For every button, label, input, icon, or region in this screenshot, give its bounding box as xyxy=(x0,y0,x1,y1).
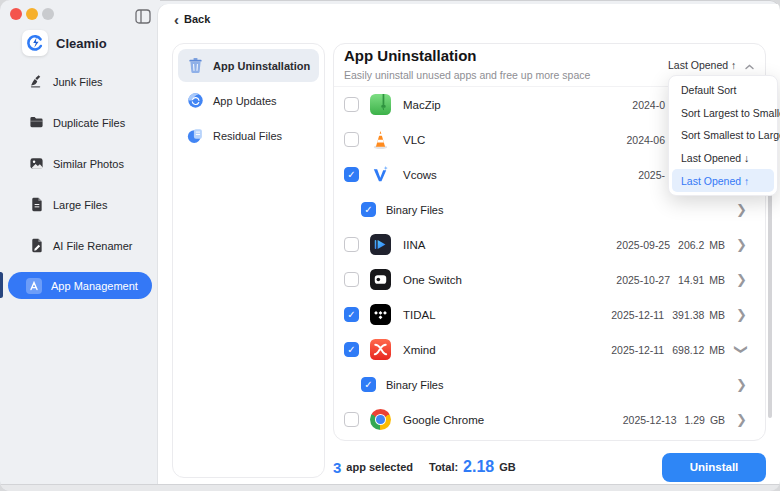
app-name-label: Xmind xyxy=(403,344,436,356)
app-name-label: One Switch xyxy=(403,274,462,286)
folder-icon xyxy=(28,115,44,131)
update-globe-icon xyxy=(187,92,204,109)
app-name-label: IINA xyxy=(403,239,425,251)
app-store-icon xyxy=(26,278,42,294)
last-opened-date: 2024-0 xyxy=(632,99,665,111)
sidebar-item-large-files[interactable]: Large Files xyxy=(8,191,152,218)
chevron-right-icon[interactable]: ❯ xyxy=(736,413,747,426)
sidebar-item-similar-photos[interactable]: Similar Photos xyxy=(8,150,152,177)
google-chrome-icon xyxy=(370,409,391,430)
close-window-button[interactable] xyxy=(10,8,22,20)
sidebar-item-label: Similar Photos xyxy=(53,158,124,170)
tidal-icon xyxy=(370,304,391,325)
subnav-card: App Uninstallation App Updates Residual … xyxy=(172,43,325,478)
card-header: App Uninstallation Easily uninstall unus… xyxy=(344,47,590,81)
subnav-item-residual-files[interactable]: Residual Files xyxy=(178,119,319,152)
app-row-google-chrome[interactable]: Google Chrome 2025-12-13 1.29 GB ❯ xyxy=(334,402,765,437)
app-row-tidal[interactable]: TIDAL 2025-12-11 391.38 MB ❯ xyxy=(334,297,765,332)
last-opened-date: 2024-06 xyxy=(626,134,665,146)
chevron-down-icon[interactable]: ❯ xyxy=(735,344,748,355)
last-opened-date: 2025-12-11 xyxy=(611,344,664,356)
app-size: 206.2 xyxy=(678,239,704,251)
last-opened-date: 2025-10-27 xyxy=(616,274,670,286)
subnav-item-label: App Uninstallation xyxy=(213,60,310,72)
vcows-icon xyxy=(370,164,391,185)
checkbox[interactable] xyxy=(344,342,359,357)
photo-icon xyxy=(28,156,44,172)
checkbox[interactable] xyxy=(344,307,359,322)
checkbox[interactable] xyxy=(344,272,359,287)
vlc-icon xyxy=(370,129,391,150)
checkbox[interactable] xyxy=(361,202,376,217)
sidebar-item-app-management[interactable]: App Management xyxy=(8,272,152,299)
document-icon xyxy=(28,197,44,213)
chevron-right-icon[interactable]: ❯ xyxy=(736,238,747,251)
chevron-right-icon[interactable]: ❯ xyxy=(736,203,747,216)
total-unit: GB xyxy=(499,461,516,473)
chevron-right-icon[interactable]: ❯ xyxy=(736,378,747,391)
checkbox[interactable] xyxy=(344,167,359,182)
app-size-unit: MB xyxy=(709,344,725,356)
sidebar-toggle-icon[interactable] xyxy=(135,9,151,24)
sidebar-item-duplicate-files[interactable]: Duplicate Files xyxy=(8,109,152,136)
checkbox[interactable] xyxy=(344,97,359,112)
sidebar-item-label: AI File Renamer xyxy=(53,240,132,252)
sidebar: Cleamio Junk Files Duplicate Files Simil… xyxy=(0,0,160,491)
xmind-icon xyxy=(370,339,391,360)
menu-item-default-sort[interactable]: Default Sort xyxy=(672,79,774,102)
app-size-unit: MB xyxy=(709,239,725,251)
checkbox[interactable] xyxy=(361,377,376,392)
binary-files-row[interactable]: Binary Files ❯ xyxy=(334,367,765,402)
subnav-item-app-updates[interactable]: App Updates xyxy=(178,84,319,117)
app-window: Cleamio Junk Files Duplicate Files Simil… xyxy=(0,0,780,491)
app-row-iina[interactable]: IINA 2025-09-25 206.2 MB ❯ xyxy=(334,227,765,262)
checkbox[interactable] xyxy=(344,412,359,427)
app-size: 1.29 xyxy=(684,414,704,426)
subnav-item-app-uninstallation[interactable]: App Uninstallation xyxy=(178,49,319,82)
menu-item-sort-smallest-to-largest[interactable]: Sort Smallest to Largest xyxy=(672,124,774,147)
app-name-label: Google Chrome xyxy=(403,414,484,426)
sub-row-label: Binary Files xyxy=(386,204,443,216)
chevron-up-icon xyxy=(745,56,754,74)
last-opened-date: 2025- xyxy=(638,169,665,181)
selected-count-label: app selected xyxy=(346,461,413,473)
sort-dropdown-menu: Default Sort Sort Largest to Smallest So… xyxy=(668,75,778,196)
file-pencil-icon xyxy=(28,238,44,254)
one-switch-icon xyxy=(370,269,391,290)
checkbox[interactable] xyxy=(344,132,359,147)
app-size: 698.12 xyxy=(672,344,704,356)
zoom-window-button[interactable] xyxy=(42,8,54,20)
app-name-label: MacZip xyxy=(403,99,441,111)
app-row-xmind[interactable]: Xmind 2025-12-11 698.12 MB ❯ xyxy=(334,332,765,367)
app-size: 391.38 xyxy=(672,309,704,321)
cleamio-logo-icon xyxy=(22,30,48,56)
iina-icon xyxy=(370,234,391,255)
binary-files-row[interactable]: Binary Files ❯ xyxy=(334,192,765,227)
maczip-icon xyxy=(370,94,391,115)
minimize-window-button[interactable] xyxy=(26,8,38,20)
sidebar-item-ai-file-renamer[interactable]: AI File Renamer xyxy=(8,232,152,259)
selected-count: 3 xyxy=(333,459,341,476)
sidebar-item-label: Large Files xyxy=(53,199,107,211)
last-opened-date: 2025-09-25 xyxy=(616,239,670,251)
scrollbar-thumb[interactable] xyxy=(768,190,772,418)
sidebar-item-junk-files[interactable]: Junk Files xyxy=(8,68,152,95)
footer: 3 app selected Total: 2.18 GB Uninstall xyxy=(333,452,766,482)
chevron-right-icon[interactable]: ❯ xyxy=(736,273,747,286)
sidebar-item-label: Junk Files xyxy=(53,76,103,88)
app-logo: Cleamio xyxy=(22,30,107,56)
back-button[interactable]: ‹ Back xyxy=(174,13,210,25)
last-opened-date: 2025-12-13 xyxy=(623,414,677,426)
menu-item-last-opened-asc[interactable]: Last Opened ↑ xyxy=(672,169,774,192)
menu-item-last-opened-desc[interactable]: Last Opened ↓ xyxy=(672,147,774,170)
uninstall-button[interactable]: Uninstall xyxy=(662,453,766,482)
app-row-one-switch[interactable]: One Switch 2025-10-27 14.91 MB ❯ xyxy=(334,262,765,297)
sidebar-item-label: App Management xyxy=(51,280,138,292)
app-size-unit: MB xyxy=(709,274,725,286)
checkbox[interactable] xyxy=(344,237,359,252)
chevron-right-icon[interactable]: ❯ xyxy=(736,308,747,321)
sort-dropdown-trigger[interactable]: Last Opened ↑ xyxy=(668,56,754,74)
sub-row-label: Binary Files xyxy=(386,379,443,391)
page-title: App Uninstallation xyxy=(344,47,590,64)
menu-item-sort-largest-to-smallest[interactable]: Sort Largest to Smallest xyxy=(672,102,774,125)
